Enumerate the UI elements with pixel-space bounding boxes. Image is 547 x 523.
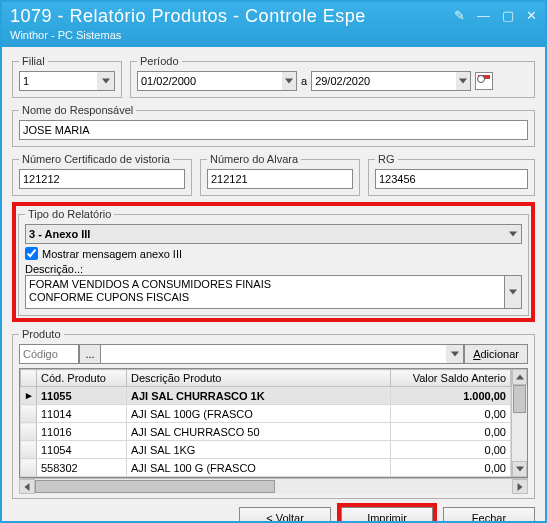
grid-marker-header — [21, 370, 37, 387]
cell-cod[interactable]: 11014 — [37, 405, 127, 423]
fechar-button[interactable]: Fechar — [443, 507, 535, 521]
close-icon[interactable]: ✕ — [526, 8, 537, 23]
titlebar: 1079 - Relatório Produtos - Controle Esp… — [2, 2, 545, 47]
alvara-input[interactable] — [207, 169, 353, 189]
cell-valor[interactable]: 0,00 — [391, 423, 511, 441]
col-cod-produto[interactable]: Cód. Produto — [37, 370, 127, 387]
grid-horizontal-scrollbar[interactable] — [19, 478, 528, 494]
filial-dropdown-icon[interactable] — [97, 71, 115, 91]
tipo-group: Tipo do Relatório Mostrar mensagem anexo… — [18, 208, 529, 316]
tipo-select[interactable] — [25, 224, 504, 244]
scroll-left-icon[interactable] — [19, 479, 35, 494]
cell-valor[interactable]: 0,00 — [391, 405, 511, 423]
window-title: 1079 - Relatório Produtos - Controle Esp… — [10, 6, 366, 27]
cell-valor[interactable]: 0,00 — [391, 441, 511, 459]
table-row[interactable]: 11016AJI SAL CHURRASCO 500,00 — [21, 423, 511, 441]
produto-lookup-button[interactable]: ... — [79, 344, 101, 364]
cell-cod[interactable]: 11016 — [37, 423, 127, 441]
row-marker: ▸ — [21, 387, 37, 405]
periodo-to-input[interactable] — [311, 71, 456, 91]
rg-group: RG — [368, 153, 535, 196]
mostrar-mensagem-checkbox[interactable] — [25, 247, 38, 260]
mostrar-mensagem-label: Mostrar mensagem anexo III — [42, 248, 182, 260]
window-subtitle: Winthor - PC Sistemas — [10, 29, 537, 41]
periodo-from-input[interactable] — [137, 71, 282, 91]
voltar-button[interactable]: < Voltar — [239, 507, 331, 521]
cell-desc[interactable]: AJI SAL CHURRASCO 50 — [127, 423, 391, 441]
produto-grid: Cód. Produto Descrição Produto Valor Sal… — [19, 368, 528, 478]
table-row[interactable]: 11054AJI SAL 1KG0,00 — [21, 441, 511, 459]
produto-legend: Produto — [19, 328, 64, 340]
certificado-group: Número Certificado de vistoria — [12, 153, 192, 196]
row-marker — [21, 441, 37, 459]
certificado-legend: Número Certificado de vistoria — [19, 153, 173, 165]
grid-vertical-scrollbar[interactable] — [511, 369, 527, 477]
descricao-dropdown-icon[interactable] — [505, 275, 522, 309]
produto-codigo-input[interactable] — [19, 344, 79, 364]
maximize-icon[interactable]: ▢ — [502, 8, 514, 23]
cell-desc[interactable]: AJI SAL 100G (FRASCO — [127, 405, 391, 423]
descricao-textarea[interactable]: FORAM VENDIDOS A CONSUMIDORES FINAIS CON… — [25, 275, 505, 309]
window-controls: ✎ — ▢ ✕ — [454, 8, 537, 23]
scroll-up-icon[interactable] — [512, 369, 527, 385]
alvara-legend: Número do Alvara — [207, 153, 301, 165]
produto-group: Produto ... Adicionar Cód. Produto Descr… — [12, 328, 535, 499]
descricao-label: Descrição..: — [25, 263, 522, 275]
footer-buttons: < Voltar Imprimir Fechar — [12, 507, 535, 521]
row-marker — [21, 459, 37, 477]
row-marker — [21, 423, 37, 441]
cell-cod[interactable]: 11055 — [37, 387, 127, 405]
tipo-highlight: Tipo do Relatório Mostrar mensagem anexo… — [12, 202, 535, 322]
cell-desc[interactable]: AJI SAL 1KG — [127, 441, 391, 459]
tipo-dropdown-icon[interactable] — [504, 224, 522, 244]
alvara-group: Número do Alvara — [200, 153, 360, 196]
col-descricao-produto[interactable]: Descrição Produto — [127, 370, 391, 387]
cell-cod[interactable]: 11054 — [37, 441, 127, 459]
filial-select[interactable] — [19, 71, 97, 91]
table-row[interactable]: ▸11055AJI SAL CHURRASCO 1K1.000,00 — [21, 387, 511, 405]
periodo-legend: Período — [137, 55, 182, 67]
app-window: 1079 - Relatório Produtos - Controle Esp… — [0, 0, 547, 523]
rg-input[interactable] — [375, 169, 528, 189]
table-row[interactable]: 558302AJI SAL 100 G (FRASCO0,00 — [21, 459, 511, 477]
cell-valor[interactable]: 0,00 — [391, 459, 511, 477]
adicionar-button[interactable]: Adicionar — [464, 344, 528, 364]
scroll-thumb-h[interactable] — [35, 480, 275, 493]
form-body: Filial Período a — [2, 47, 545, 521]
periodo-from-dropdown-icon[interactable] — [282, 71, 297, 91]
filial-legend: Filial — [19, 55, 48, 67]
produto-desc-dropdown-icon[interactable] — [446, 344, 464, 364]
minimize-icon[interactable]: — — [477, 8, 490, 23]
rg-legend: RG — [375, 153, 398, 165]
periodo-to-dropdown-icon[interactable] — [456, 71, 471, 91]
filial-group: Filial — [12, 55, 122, 98]
tipo-legend: Tipo do Relatório — [25, 208, 114, 220]
row-marker — [21, 405, 37, 423]
cell-valor[interactable]: 1.000,00 — [391, 387, 511, 405]
produto-desc-input[interactable] — [101, 344, 446, 364]
table-row[interactable]: 11014AJI SAL 100G (FRASCO0,00 — [21, 405, 511, 423]
periodo-separator: a — [301, 75, 307, 87]
responsavel-input[interactable] — [19, 120, 528, 140]
calendar-icon[interactable] — [475, 72, 493, 90]
cell-desc[interactable]: AJI SAL 100 G (FRASCO — [127, 459, 391, 477]
scroll-right-icon[interactable] — [512, 479, 528, 494]
responsavel-legend: Nome do Responsável — [19, 104, 136, 116]
responsavel-group: Nome do Responsável — [12, 104, 535, 147]
col-valor-saldo[interactable]: Valor Saldo Anterio — [391, 370, 511, 387]
certificado-input[interactable] — [19, 169, 185, 189]
periodo-group: Período a — [130, 55, 535, 98]
edit-icon[interactable]: ✎ — [454, 8, 465, 23]
cell-cod[interactable]: 558302 — [37, 459, 127, 477]
scroll-down-icon[interactable] — [512, 461, 527, 477]
imprimir-button[interactable]: Imprimir — [341, 507, 433, 521]
cell-desc[interactable]: AJI SAL CHURRASCO 1K — [127, 387, 391, 405]
scroll-thumb-v[interactable] — [513, 385, 526, 413]
